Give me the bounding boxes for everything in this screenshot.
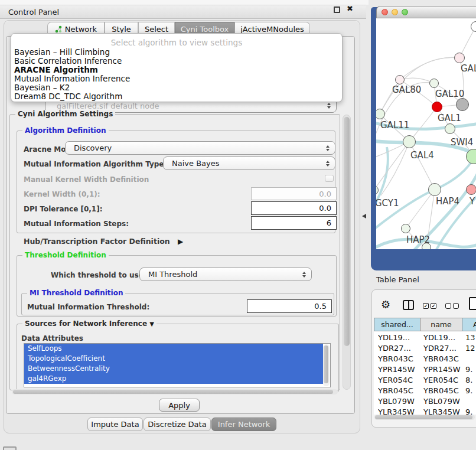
network-node-gal80[interactable] (395, 75, 405, 84)
tab-discretize-data[interactable]: Discretize Data (144, 418, 211, 431)
list-item[interactable]: gal4RGexp (24, 374, 323, 384)
network-node[interactable] (466, 184, 476, 195)
mi-threshold-group-title: MI Threshold Definition (27, 289, 125, 297)
table-rows[interactable]: YDL19... YDL19... 13 YDR27... YDR27... 1… (374, 332, 476, 415)
tab-impute-data[interactable]: Impute Data (87, 418, 143, 431)
table-cell: YBL079W (423, 397, 464, 406)
table-cell: 8. (465, 376, 476, 384)
network-window-titlebar[interactable] (376, 6, 476, 18)
tab-infer-network-label: Infer Network (218, 420, 270, 429)
menu-item[interactable]: Mutual Information Inference (14, 74, 130, 83)
table-cell: YDR27... (423, 344, 464, 353)
mi-steps-value: 6 (327, 219, 331, 227)
network-node-gal4[interactable] (403, 135, 416, 148)
manual-kernel-checkbox[interactable] (325, 175, 334, 182)
minimize-window-icon[interactable] (392, 9, 398, 15)
network-node-hap4[interactable] (428, 183, 441, 196)
node-label: GAL11 (380, 120, 409, 131)
settings-scrollbar[interactable] (343, 115, 351, 390)
table-cell: YBR045C (423, 386, 464, 395)
menu-item[interactable]: Dream8 DC_TDC Algorithm (14, 92, 122, 101)
checked-checkbox-icon[interactable]: ✔ (423, 303, 429, 309)
mi-type-value: Naive Bayes (172, 159, 219, 168)
node-label: Y (470, 196, 475, 207)
network-node-gal1[interactable] (432, 102, 442, 112)
list-item[interactable]: SelfLoops (24, 344, 323, 354)
aracne-mode-combo[interactable]: Discovery (65, 141, 335, 155)
table-cell: 9. (465, 386, 476, 395)
attributes-hscrollbar-thumb[interactable] (13, 390, 333, 394)
network-node[interactable] (456, 98, 469, 111)
apply-button[interactable]: Apply (159, 399, 200, 412)
tab-infer-network[interactable]: Infer Network (211, 418, 276, 431)
mi-threshold-label: Mutual Information Threshold: (27, 303, 149, 311)
column-header-shared[interactable]: shared... (374, 318, 420, 331)
attributes-scrollbar-thumb[interactable] (324, 345, 328, 383)
network-node[interactable] (454, 53, 465, 63)
which-threshold-label: Which threshold to use: (51, 271, 146, 279)
table-hscrollbar[interactable] (374, 415, 475, 420)
column-header-label: name (431, 320, 451, 329)
app-root: { "panel": { "title": "Control Panel", "… (0, 0, 476, 450)
menu-item[interactable]: Bayesian – K2 (14, 83, 70, 92)
menu-item[interactable]: Basic Correlation Inference (14, 56, 122, 66)
hub-definition-toggle[interactable]: Hub/Transcription Factor Definition ▶ (24, 237, 183, 246)
attributes-scrollbar[interactable] (323, 344, 330, 386)
network-node-gal10[interactable] (429, 79, 439, 88)
control-panel-titlebar: Control Panel (0, 5, 366, 19)
settings-scrollbar-thumb[interactable] (344, 117, 350, 346)
table-hscrollbar-thumb[interactable] (375, 415, 472, 419)
dpi-tolerance-field[interactable]: 0.0 (251, 201, 337, 215)
table-cell: YLR345W (423, 407, 464, 415)
node-label: HAP2 (406, 234, 430, 245)
network-canvas[interactable]: GAL GAL80 GAL10 GAL1 GAL11 SWI4 GAL4 GCY… (376, 18, 476, 249)
table-cell: 9. (465, 365, 476, 374)
data-attributes-label: Data Attributes (21, 334, 83, 343)
network-node-hap2[interactable] (401, 224, 410, 233)
table-cell: YBR043C (378, 354, 419, 363)
mi-steps-field[interactable]: 6 (251, 216, 337, 230)
column-header-partial[interactable]: A (462, 318, 476, 331)
close-panel-icon[interactable]: ✖ (347, 4, 353, 13)
export-table-icon[interactable] (469, 297, 476, 310)
menu-item[interactable]: Bayesian – Hill Climbing (14, 47, 110, 57)
list-item[interactable]: TopologicalCoefficient (24, 354, 323, 364)
table-cell: YER054C (378, 376, 419, 384)
which-threshold-combo[interactable]: MI Threshold (139, 268, 312, 281)
algorithm-dropdown: Select algorithm to view settings Bayesi… (11, 33, 343, 102)
column-header-name[interactable]: name (420, 318, 462, 331)
kernel-width-label: Kernel Width (0,1): (24, 190, 100, 198)
minimized-panel-icon[interactable] (3, 446, 17, 450)
unchecked-checkbox-icon[interactable] (453, 303, 459, 309)
table-cell: YPR145W (378, 365, 419, 374)
data-attributes-list[interactable]: SelfLoops TopologicalCoefficient Between… (24, 343, 331, 387)
kernel-width-field[interactable]: 0.0 (251, 187, 337, 200)
tab-select-label: Select (145, 25, 168, 34)
top-strip (0, 0, 369, 5)
mi-type-combo[interactable]: Naive Bayes (163, 156, 335, 170)
table-cell: YBL079W (378, 397, 419, 406)
mi-threshold-field[interactable]: 0.5 (247, 299, 332, 313)
checked-checkbox-icon[interactable]: ✔ (431, 303, 436, 309)
network-icon (55, 25, 62, 33)
node-label: GAL10 (435, 89, 464, 99)
aracne-mode-value: Discovery (74, 144, 112, 152)
node-label: SWI4 (451, 137, 473, 148)
zoom-window-icon[interactable] (402, 9, 408, 15)
menu-item-selected[interactable]: ARACNE Algorithm (14, 65, 98, 74)
split-columns-icon[interactable] (403, 300, 414, 310)
list-item[interactable]: BetweennessCentrality (24, 364, 323, 374)
unchecked-checkbox-icon[interactable] (445, 303, 451, 309)
tab-discretize-data-label: Discretize Data (148, 420, 206, 429)
close-window-icon[interactable] (382, 9, 388, 15)
kernel-width-value: 0.0 (319, 190, 331, 198)
tab-network-label: Network (65, 25, 97, 34)
gear-icon[interactable]: ⚙ (381, 298, 390, 311)
attributes-hscrollbar[interactable] (12, 389, 338, 394)
sources-group-title[interactable]: Sources for Network Inference ▼ (22, 319, 157, 328)
control-panel-title: Control Panel (0, 8, 59, 17)
network-node-swi4[interactable] (445, 123, 455, 134)
chevron-down-icon: ▼ (149, 321, 154, 327)
combo-spinner-icon (326, 161, 330, 167)
float-panel-icon[interactable] (334, 6, 340, 13)
